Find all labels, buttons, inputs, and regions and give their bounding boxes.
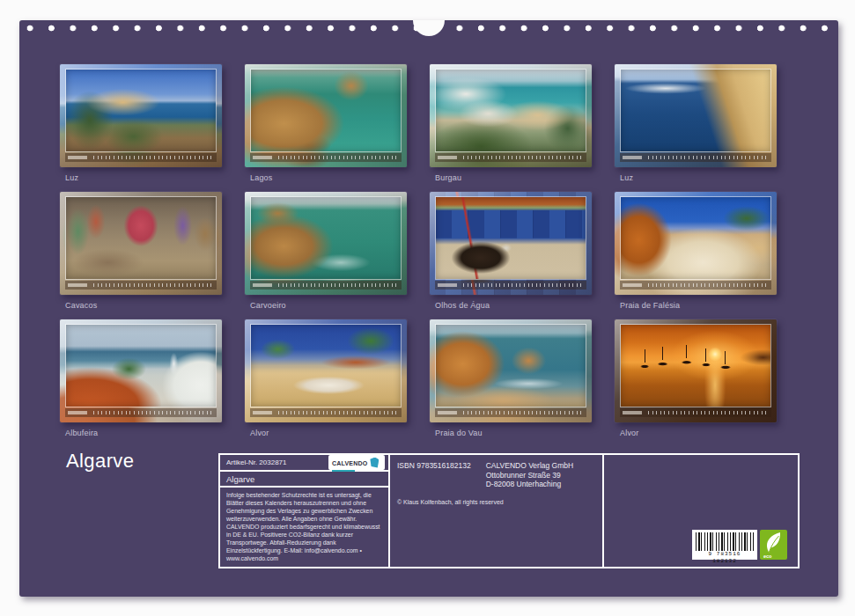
mini-calendar-strip <box>250 153 402 162</box>
calvendo-wordmark: CALVENDO <box>332 453 367 472</box>
leaf-icon <box>763 532 784 554</box>
calendar-title: Algarve <box>66 450 134 473</box>
month-photo <box>250 324 402 407</box>
calvendo-logo: CALVENDO <box>328 455 385 470</box>
mini-calendar-strip <box>435 281 586 290</box>
month-photo <box>620 196 771 280</box>
month-thumbnail: Lagos <box>245 64 407 192</box>
month-thumbnail: Olhos de Água <box>430 192 592 319</box>
info-middle-column: ISBN 9783516182132 CALVENDO Verlag GmbH … <box>390 455 604 567</box>
month-photo <box>435 196 586 280</box>
thumbnail-caption: Olhos de Água <box>435 301 592 310</box>
day-ticks <box>648 411 767 414</box>
month-thumbnail: Luz <box>615 64 777 192</box>
month-thumbnail: Alvor <box>245 319 407 447</box>
day-ticks <box>93 411 212 414</box>
month-photo <box>65 196 217 280</box>
mini-calendar-page <box>245 319 407 422</box>
day-ticks <box>278 283 397 287</box>
day-ticks <box>648 156 767 159</box>
month-photo <box>620 69 771 152</box>
thumbnail-caption: Cavacos <box>65 301 222 310</box>
month-thumbnail: Burgau <box>430 64 592 192</box>
month-label-chip <box>68 156 87 160</box>
month-label-chip <box>623 411 642 415</box>
month-photo <box>620 324 771 407</box>
day-ticks <box>648 283 767 287</box>
mini-calendar-strip <box>620 281 771 290</box>
legal-text: Infolge bestehender Schutzrechte ist es … <box>220 488 388 567</box>
calvendo-page-icon <box>370 458 379 468</box>
thumbnail-caption: Praia do Vau <box>435 429 592 437</box>
barcode-digits: 9 783516 182132 <box>696 551 754 565</box>
thumbnail-caption: Alvor <box>250 429 407 437</box>
month-thumbnail: Praia de Falésia <box>615 192 777 319</box>
mini-calendar-page <box>430 319 592 422</box>
month-photo <box>65 69 217 152</box>
barcode-group: 9 783516 182132 eco <box>692 530 787 560</box>
hanger-notch <box>413 20 445 36</box>
thumbnail-caption: Luz <box>620 173 777 182</box>
month-photo <box>435 69 586 152</box>
mini-calendar-strip <box>250 408 402 417</box>
mini-calendar-page <box>245 192 407 295</box>
mini-calendar-strip <box>65 408 217 417</box>
mini-calendar-page <box>60 64 222 167</box>
month-thumbnail-grid: Luz Lagos Burgau Luz <box>60 64 800 447</box>
month-photo <box>250 196 402 280</box>
mini-calendar-page <box>430 64 592 167</box>
month-label-chip <box>438 156 457 160</box>
mini-calendar-page <box>615 192 777 295</box>
mini-calendar-page <box>615 64 777 167</box>
mini-calendar-page <box>615 319 777 422</box>
mini-calendar-strip <box>620 153 771 162</box>
month-photo <box>65 324 217 407</box>
mini-calendar-strip <box>65 153 217 162</box>
day-ticks <box>278 156 397 159</box>
month-label-chip <box>438 283 457 288</box>
info-left-column: Artikel-Nr. 2032871 CALVENDO Algarve Inf… <box>220 455 390 567</box>
day-ticks <box>93 283 212 287</box>
publisher-street: Ottobrunner Straße 39 <box>486 471 574 480</box>
day-ticks <box>93 156 212 159</box>
barcode-bars <box>696 532 754 551</box>
thumbnail-caption: Burgau <box>435 173 592 182</box>
publisher-name: CALVENDO Verlag GmbH <box>486 461 574 471</box>
month-label-chip <box>253 283 272 288</box>
month-label-chip <box>253 156 272 160</box>
thumbnail-caption: Albufeira <box>65 429 222 437</box>
isbn-number: ISBN 9783516182132 <box>397 461 471 489</box>
mini-calendar-strip <box>435 153 586 162</box>
month-thumbnail: Albufeira <box>60 319 222 447</box>
calendar-back-page: Luz Lagos Burgau Luz <box>19 20 838 597</box>
mini-calendar-strip <box>435 408 586 417</box>
mini-calendar-strip <box>65 281 217 290</box>
mini-calendar-page <box>60 319 222 422</box>
info-right-column: 9 783516 182132 eco <box>604 455 798 567</box>
thumbnail-caption: Praia de Falésia <box>620 301 777 310</box>
month-label-chip <box>623 156 642 160</box>
month-label-chip <box>623 283 642 288</box>
publisher-info-box: Artikel-Nr. 2032871 CALVENDO Algarve Inf… <box>218 453 800 568</box>
publisher-city: D-82008 Unterhaching <box>486 480 574 489</box>
month-label-chip <box>68 411 87 415</box>
day-ticks <box>463 411 582 414</box>
copyright-notice: © Klaus Kolfenbach, all rights reserved <box>397 499 595 505</box>
thumbnail-caption: Carvoeiro <box>250 301 407 310</box>
mini-calendar-strip <box>250 281 402 290</box>
day-ticks <box>463 283 582 287</box>
article-number-row: Artikel-Nr. 2032871 CALVENDO <box>220 455 388 472</box>
month-label-chip <box>253 411 272 415</box>
month-photo <box>435 324 586 407</box>
publisher-address: CALVENDO Verlag GmbH Ottobrunner Straße … <box>486 461 574 489</box>
month-thumbnail: Cavacos <box>60 192 222 319</box>
thumbnail-caption: Lagos <box>250 173 407 182</box>
month-thumbnail: Carvoeiro <box>245 192 407 319</box>
mini-calendar-page <box>430 192 592 295</box>
day-ticks <box>278 411 397 414</box>
mini-calendar-strip <box>620 408 771 417</box>
thumbnail-caption: Luz <box>65 173 222 182</box>
article-number: Artikel-Nr. 2032871 <box>226 458 286 466</box>
month-label-chip <box>438 411 457 415</box>
day-ticks <box>463 156 582 159</box>
